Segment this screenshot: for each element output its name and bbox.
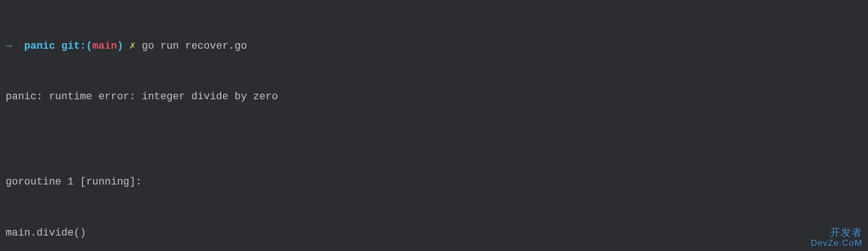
panic-line: panic: runtime error: integer divide by … xyxy=(0,89,868,105)
command-text: go run recover.go xyxy=(142,40,247,52)
terminal-output: → panic git:(main) ✗ go run recover.go p… xyxy=(0,4,868,251)
goroutine-line: goroutine 1 [running]: xyxy=(0,174,868,191)
prompt-dir: panic xyxy=(24,40,55,52)
git-label: git: xyxy=(61,40,86,52)
stack-func: main.divide() xyxy=(0,225,868,242)
git-branch: main xyxy=(92,40,117,52)
prompt-line: → panic git:(main) ✗ go run recover.go xyxy=(0,38,868,55)
git-open-paren: ( xyxy=(86,40,92,52)
prompt-arrow: → xyxy=(6,40,12,52)
git-close-paren: ) xyxy=(117,40,123,52)
dirty-mark: ✗ xyxy=(129,40,135,52)
